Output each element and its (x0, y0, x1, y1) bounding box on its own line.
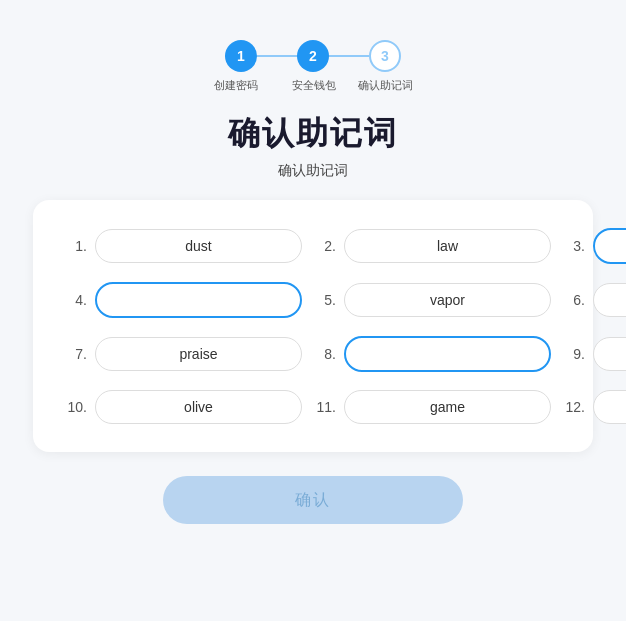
mnemonic-card: 1. 2. 3. 4. 5. (33, 200, 593, 452)
mnemonic-item-5: 5. (314, 282, 551, 318)
word-input-12[interactable] (593, 390, 626, 424)
mnemonic-grid: 1. 2. 3. 4. 5. (65, 228, 561, 424)
step-1-label: 创建密码 (211, 78, 261, 92)
mnemonic-item-1: 1. (65, 228, 302, 264)
step-line-1 (257, 55, 297, 57)
number-11: 11. (314, 399, 336, 415)
subtitle: 确认助记词 (278, 162, 348, 180)
number-9: 9. (563, 346, 585, 362)
number-6: 6. (563, 292, 585, 308)
word-input-11[interactable] (344, 390, 551, 424)
word-input-10[interactable] (95, 390, 302, 424)
number-10: 10. (65, 399, 87, 415)
mnemonic-item-8: 8. (314, 336, 551, 372)
number-3: 3. (563, 238, 585, 254)
word-input-2[interactable] (344, 229, 551, 263)
number-7: 7. (65, 346, 87, 362)
word-input-7[interactable] (95, 337, 302, 371)
confirm-button[interactable]: 确认 (163, 476, 463, 524)
page-title: 确认助记词 (228, 112, 398, 156)
number-2: 2. (314, 238, 336, 254)
main-container: 1 2 3 创建密码 安全钱包 确认助记词 确认助记词 确认助记词 1. (23, 40, 603, 524)
number-4: 4. (65, 292, 87, 308)
word-input-4[interactable] (95, 282, 302, 318)
mnemonic-item-11: 11. (314, 390, 551, 424)
word-input-5[interactable] (344, 283, 551, 317)
word-input-6[interactable] (593, 283, 626, 317)
mnemonic-item-3: 3. (563, 228, 626, 264)
mnemonic-item-2: 2. (314, 228, 551, 264)
word-input-3[interactable] (593, 228, 626, 264)
word-input-1[interactable] (95, 229, 302, 263)
step-2-circle: 2 (297, 40, 329, 72)
word-input-8[interactable] (344, 336, 551, 372)
number-12: 12. (563, 399, 585, 415)
mnemonic-item-7: 7. (65, 336, 302, 372)
step-1-circle: 1 (225, 40, 257, 72)
stepper: 1 2 3 创建密码 安全钱包 确认助记词 (211, 40, 415, 92)
number-5: 5. (314, 292, 336, 308)
mnemonic-item-4: 4. (65, 282, 302, 318)
page-wrapper: 1 2 3 创建密码 安全钱包 确认助记词 确认助记词 确认助记词 1. (0, 0, 626, 621)
number-8: 8. (314, 346, 336, 362)
mnemonic-item-12: 12. (563, 390, 626, 424)
stepper-circles: 1 2 3 (225, 40, 401, 72)
stepper-labels: 创建密码 安全钱包 确认助记词 (211, 78, 415, 92)
step-2-label: 安全钱包 (289, 78, 339, 92)
word-input-9[interactable] (593, 337, 626, 371)
mnemonic-item-9: 9. (563, 336, 626, 372)
mnemonic-item-10: 10. (65, 390, 302, 424)
number-1: 1. (65, 238, 87, 254)
mnemonic-item-6: 6. (563, 282, 626, 318)
step-line-2 (329, 55, 369, 57)
step-3-circle: 3 (369, 40, 401, 72)
step-3-label: 确认助记词 (355, 78, 415, 92)
